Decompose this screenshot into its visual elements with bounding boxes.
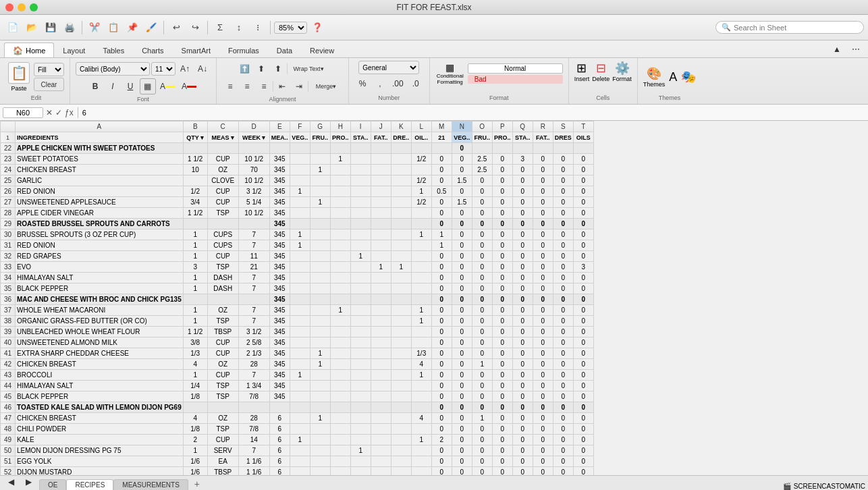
cell-49m[interactable]: 2 xyxy=(431,435,452,445)
cell-45c[interactable]: TSP xyxy=(207,391,238,402)
cell-46f[interactable] xyxy=(290,402,310,413)
cell-37r[interactable]: 0 xyxy=(533,305,553,316)
cell-32a[interactable]: RED GRAPES xyxy=(16,251,184,262)
cell-39c[interactable]: TBSP xyxy=(207,327,238,337)
cell-50i[interactable]: 1 xyxy=(350,445,371,456)
cell-37d[interactable]: 7 xyxy=(238,305,269,316)
col-header-q[interactable]: Q xyxy=(512,121,533,132)
cell-47a[interactable]: CHICKEN BREAST xyxy=(16,413,184,424)
col-header-r[interactable]: R xyxy=(533,121,553,132)
cell-26q[interactable]: 0 xyxy=(512,186,533,197)
sheet-scroll[interactable]: A B C D E F G H I J K L M N O P Q xyxy=(0,121,868,475)
cell-30p[interactable]: 0 xyxy=(492,229,512,240)
cell-50a[interactable]: LEMON DIJON DRESSING PG 75 xyxy=(16,445,184,456)
row-num-50[interactable]: 50 xyxy=(1,445,16,456)
col-header-s[interactable]: S xyxy=(553,121,573,132)
cell-27e[interactable]: 345 xyxy=(269,197,290,208)
cell-38m[interactable]: 0 xyxy=(431,316,452,327)
cell-50n[interactable]: 0 xyxy=(452,445,472,456)
align-right[interactable]: ≡ xyxy=(256,78,272,94)
cell-32e[interactable]: 345 xyxy=(269,251,290,262)
cell-51i[interactable] xyxy=(350,456,371,467)
cell-38a[interactable]: ORGANIC GRASS-FED BUTTER (OR CO) xyxy=(16,316,184,327)
ribbon-collapse[interactable]: ▲ xyxy=(829,41,845,57)
cell-26o[interactable]: 0 xyxy=(472,186,492,197)
cell-52k[interactable] xyxy=(391,467,411,476)
cell-22p[interactable] xyxy=(492,143,512,154)
cell-24r[interactable]: 0 xyxy=(533,165,553,175)
cell-42j[interactable] xyxy=(371,359,391,370)
cell-35e[interactable]: 345 xyxy=(269,283,290,294)
cell-25j[interactable] xyxy=(371,175,391,186)
cell-43h[interactable] xyxy=(330,370,350,381)
wrap-text-button[interactable]: Wrap Text▾ xyxy=(288,61,329,77)
cell-27d[interactable]: 5 1/4 xyxy=(238,197,269,208)
cell-44g[interactable] xyxy=(310,381,330,391)
cell-28b[interactable]: 1 1/2 xyxy=(183,208,207,219)
cell-38e[interactable]: 345 xyxy=(269,316,290,327)
cell-36q[interactable]: 0 xyxy=(512,294,533,305)
cell-24g[interactable]: 1 xyxy=(310,165,330,175)
cell-37b[interactable]: 1 xyxy=(183,305,207,316)
cell-38p[interactable]: 0 xyxy=(492,316,512,327)
cell-24m[interactable]: 0 xyxy=(431,165,452,175)
cell-1j[interactable]: FAT.. xyxy=(371,132,391,143)
row-num-33[interactable]: 33 xyxy=(1,262,16,273)
cell-28l[interactable] xyxy=(411,208,431,219)
cell-44t[interactable]: 0 xyxy=(573,381,593,391)
cell-49e[interactable]: 6 xyxy=(269,435,290,445)
cell-33d[interactable]: 21 xyxy=(238,262,269,273)
row-num-32[interactable]: 32 xyxy=(1,251,16,262)
cell-30n[interactable]: 0 xyxy=(452,229,472,240)
cell-37c[interactable]: OZ xyxy=(207,305,238,316)
cell-47q[interactable]: 0 xyxy=(512,413,533,424)
cell-26m[interactable]: 0.5 xyxy=(431,186,452,197)
cell-50k[interactable] xyxy=(391,445,411,456)
cell-45p[interactable]: 0 xyxy=(492,391,512,402)
cell-29h[interactable] xyxy=(330,219,350,229)
cell-22e[interactable] xyxy=(269,143,290,154)
cell-40h[interactable] xyxy=(330,337,350,348)
cell-38q[interactable]: 0 xyxy=(512,316,533,327)
cell-49i[interactable] xyxy=(350,435,371,445)
cell-40m[interactable]: 0 xyxy=(431,337,452,348)
cell-26c[interactable]: CUP xyxy=(207,186,238,197)
cell-34i[interactable] xyxy=(350,273,371,283)
cell-27i[interactable] xyxy=(350,197,371,208)
cell-49g[interactable] xyxy=(310,435,330,445)
col-header-a[interactable]: A xyxy=(16,121,184,132)
cell-33c[interactable]: TSP xyxy=(207,262,238,273)
cell-29f[interactable] xyxy=(290,219,310,229)
cell-46a[interactable]: TOASTED KALE SALAD WITH LEMON DIJON PG69 xyxy=(16,402,184,413)
cell-52a[interactable]: DIJON MUSTARD xyxy=(16,467,184,476)
tab-charts[interactable]: Charts xyxy=(133,43,172,57)
number-format-select[interactable]: General xyxy=(358,61,419,74)
cell-43k[interactable] xyxy=(391,370,411,381)
cell-42n[interactable]: 0 xyxy=(452,359,472,370)
cell-38f[interactable] xyxy=(290,316,310,327)
cell-49t[interactable]: 0 xyxy=(573,435,593,445)
cell-32q[interactable]: 0 xyxy=(512,251,533,262)
format-painter[interactable]: 🖌️ xyxy=(142,19,160,36)
cell-23f[interactable] xyxy=(290,154,310,165)
cell-36k[interactable] xyxy=(391,294,411,305)
new-button[interactable]: 📄 xyxy=(4,19,22,36)
cell-44l[interactable] xyxy=(411,381,431,391)
cell-1c[interactable]: MEAS ▾ xyxy=(207,132,238,143)
format-cells-button[interactable]: ⚙️ Format xyxy=(612,61,632,82)
cell-30h[interactable] xyxy=(330,229,350,240)
cell-49c[interactable]: CUP xyxy=(207,435,238,445)
cell-25k[interactable] xyxy=(391,175,411,186)
indent-increase[interactable]: ⇥ xyxy=(291,78,307,94)
cell-32o[interactable]: 0 xyxy=(472,251,492,262)
cell-45l[interactable] xyxy=(411,391,431,402)
align-right-top[interactable]: ⬆ xyxy=(270,61,286,77)
cell-37s[interactable]: 0 xyxy=(553,305,573,316)
cell-23t[interactable]: 0 xyxy=(573,154,593,165)
cell-34b[interactable]: 1 xyxy=(183,273,207,283)
cell-24o[interactable]: 2.5 xyxy=(472,165,492,175)
cell-22f[interactable] xyxy=(290,143,310,154)
indent-decrease[interactable]: ⇤ xyxy=(274,78,290,94)
cell-35j[interactable] xyxy=(371,283,391,294)
align-center-top[interactable]: ⬆ xyxy=(253,61,269,77)
